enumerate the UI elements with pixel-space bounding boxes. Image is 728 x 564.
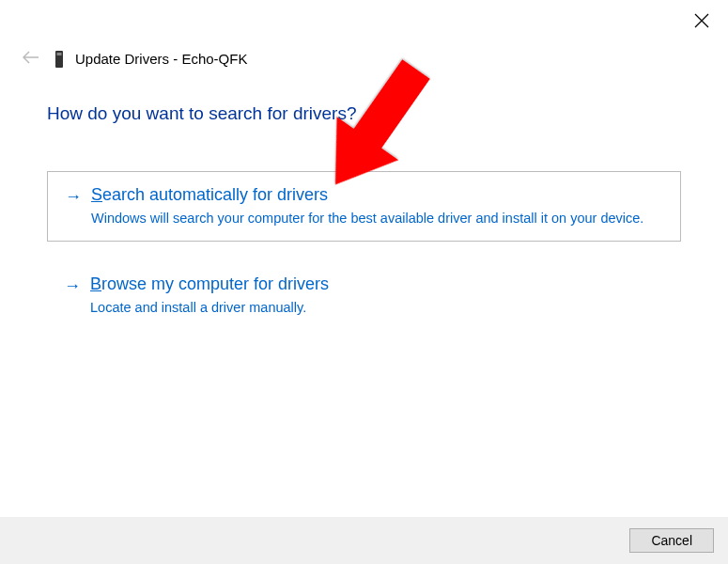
arrow-right-icon: → <box>65 187 82 207</box>
prompt-heading: How do you want to search for drivers? <box>47 103 681 124</box>
option-browse-computer[interactable]: → Browse my computer for drivers Locate … <box>47 274 681 317</box>
close-button[interactable] <box>694 13 709 28</box>
arrow-right-icon: → <box>64 276 81 296</box>
option-title: Browse my computer for drivers <box>90 274 664 294</box>
option-title: Search automatically for drivers <box>91 185 663 205</box>
option-description: Windows will search your computer for th… <box>91 209 663 227</box>
window-header: Update Drivers - Echo-QFK <box>0 0 728 70</box>
main-content: How do you want to search for drivers? →… <box>0 70 728 318</box>
arrow-left-icon <box>23 51 39 64</box>
svg-rect-3 <box>57 53 62 55</box>
window-title: Update Drivers - Echo-QFK <box>75 51 247 67</box>
device-icon <box>53 50 66 69</box>
close-icon <box>694 13 709 28</box>
option-search-automatically[interactable]: → Search automatically for drivers Windo… <box>47 171 681 242</box>
option-description: Locate and install a driver manually. <box>90 298 664 317</box>
dialog-footer: Cancel <box>0 517 728 564</box>
cancel-button[interactable]: Cancel <box>629 528 714 553</box>
back-button[interactable] <box>19 47 43 70</box>
